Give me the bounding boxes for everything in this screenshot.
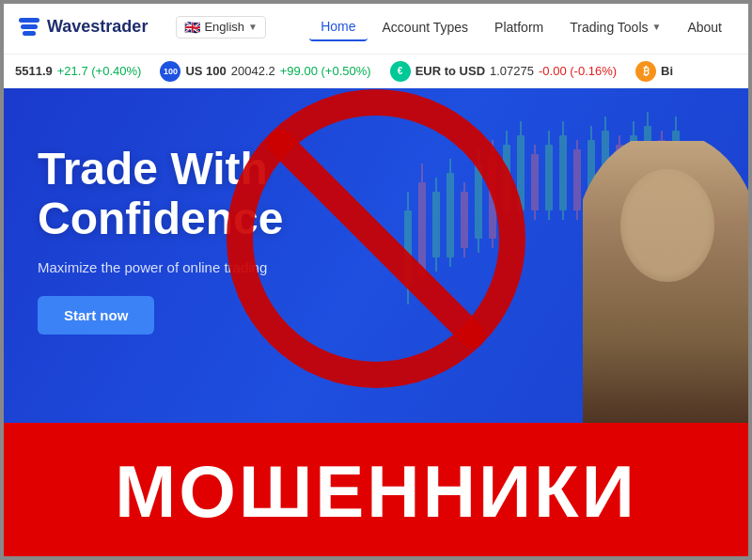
- svg-rect-3: [421, 163, 423, 286]
- language-selector[interactable]: 🇬🇧 English ▼: [176, 16, 266, 39]
- nav-home[interactable]: Home: [309, 13, 367, 41]
- banner-text: МОШЕННИКИ: [115, 449, 636, 535]
- svg-rect-11: [478, 149, 479, 253]
- svg-rect-17: [520, 121, 522, 220]
- start-now-button[interactable]: Start now: [38, 296, 154, 334]
- ticker-value: 20042.2: [231, 64, 275, 78]
- chevron-down-icon: ▼: [652, 22, 662, 32]
- ticker-name: US 100: [185, 64, 226, 78]
- logo-text: Wavestrader: [47, 17, 148, 37]
- nav-platform[interactable]: Platform: [483, 14, 555, 40]
- svg-rect-23: [562, 121, 564, 220]
- red-banner: МОШЕННИКИ: [0, 423, 752, 560]
- svg-rect-25: [576, 140, 578, 220]
- svg-rect-15: [506, 131, 508, 220]
- lang-label: English: [204, 20, 244, 34]
- nav-links: Home Account Types Platform Trading Tool…: [309, 13, 733, 41]
- ticker-change: +21.7 (+0.40%): [57, 64, 142, 78]
- hero-subtitle: Maximize the power of online trading: [38, 259, 283, 275]
- nav-trading-tools[interactable]: Trading Tools ▼: [558, 14, 672, 40]
- svg-rect-19: [534, 145, 536, 220]
- person-image: [583, 141, 752, 423]
- ticker-name: 5511.9: [15, 64, 53, 78]
- logo-waves-icon: [19, 18, 39, 36]
- ticker-item-us100: 100 US 100 20042.2 +99.00 (+0.50%): [160, 61, 370, 82]
- svg-rect-5: [435, 178, 437, 272]
- flag-icon: 🇬🇧: [184, 20, 200, 35]
- logo: Wavestrader: [19, 17, 148, 37]
- svg-rect-1: [407, 192, 409, 304]
- chevron-down-icon: ▼: [248, 22, 258, 32]
- hero-content: Trade With Confidence Maximize the power…: [38, 145, 283, 334]
- hero-title: Trade With Confidence: [38, 145, 283, 244]
- ticker-change: +99.00 (+0.50%): [280, 64, 371, 78]
- btc-badge-icon: ₿: [635, 61, 656, 82]
- ticker-item-ftse: 5511.9 +21.7 (+0.40%): [15, 64, 141, 78]
- ticker-item-eurusd: € EUR to USD 1.07275 -0.00 (-0.16%): [390, 61, 617, 82]
- hero-section: Trade With Confidence Maximize the power…: [0, 88, 752, 423]
- ticker-change: -0.00 (-0.16%): [539, 64, 617, 78]
- ticker-value: 1.07275: [490, 64, 534, 78]
- nav-about[interactable]: About: [676, 14, 733, 40]
- navbar: Wavestrader 🇬🇧 English ▼ Home Account Ty…: [0, 0, 752, 54]
- us100-badge-icon: 100: [160, 61, 180, 82]
- svg-rect-21: [548, 131, 550, 220]
- svg-rect-7: [449, 159, 451, 267]
- ticker-name: EUR to USD: [415, 64, 485, 78]
- svg-rect-9: [463, 182, 465, 257]
- ticker-item-btc: ₿ Bi: [635, 61, 673, 82]
- nav-account-types[interactable]: Account Types: [371, 14, 480, 40]
- ticker-bar: 5511.9 +21.7 (+0.40%) 100 US 100 20042.2…: [0, 54, 752, 88]
- eur-badge-icon: €: [390, 61, 411, 82]
- svg-rect-13: [492, 140, 494, 248]
- ticker-name: Bi: [661, 64, 673, 78]
- website-screenshot: Wavestrader 🇬🇧 English ▼ Home Account Ty…: [0, 0, 752, 423]
